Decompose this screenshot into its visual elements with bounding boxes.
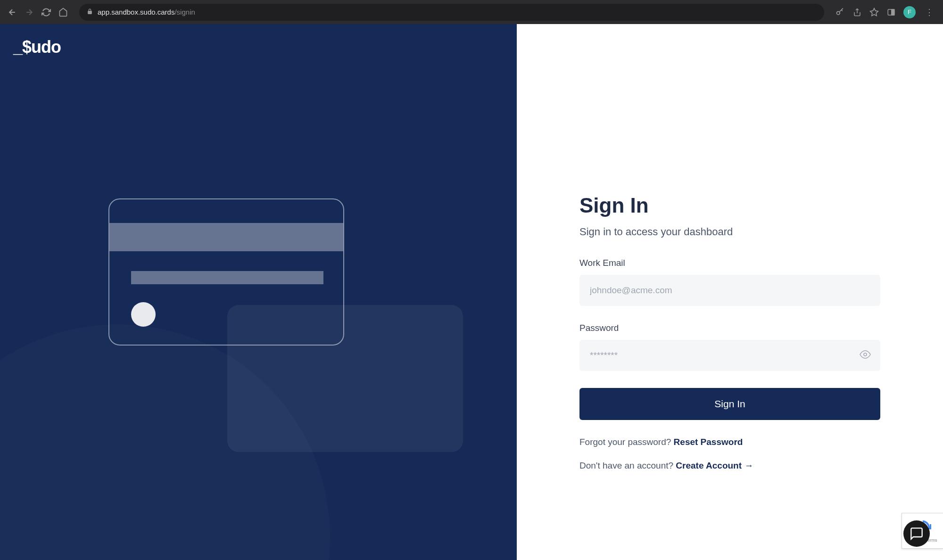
email-label: Work Email (579, 258, 880, 268)
password-label: Password (579, 323, 880, 333)
card-stripe (109, 223, 343, 251)
star-icon[interactable] (869, 8, 879, 17)
brand-logo: _$udo (13, 37, 61, 57)
create-account-link[interactable]: Create Account→ (676, 461, 753, 470)
signin-button[interactable]: Sign In (579, 388, 880, 420)
reset-password-link[interactable]: Reset Password (674, 437, 743, 447)
email-field[interactable] (579, 275, 880, 306)
share-icon[interactable] (852, 8, 862, 17)
arrow-right-icon: → (744, 461, 753, 470)
svg-marker-1 (870, 8, 878, 16)
signin-panel: Sign In Sign in to access your dashboard… (517, 24, 943, 560)
menu-button[interactable]: ⋮ (923, 7, 935, 17)
eye-icon[interactable] (860, 349, 871, 362)
forward-button[interactable] (25, 8, 34, 17)
card-line (131, 271, 323, 284)
browser-toolbar: app.sandbox.sudo.cards/signin F ⋮ (0, 0, 943, 24)
address-bar[interactable]: app.sandbox.sudo.cards/signin (79, 4, 824, 21)
card-illustration (108, 198, 344, 346)
url-host: app.sandbox.sudo.cards (98, 8, 174, 16)
lock-icon (87, 8, 93, 16)
page-subtitle: Sign in to access your dashboard (579, 226, 880, 238)
forgot-prefix: Forgot your password? (579, 437, 674, 447)
key-icon[interactable] (835, 8, 845, 17)
page-title: Sign In (579, 194, 880, 217)
avatar-letter: F (908, 8, 911, 16)
profile-avatar[interactable]: F (903, 6, 916, 18)
home-button[interactable] (58, 8, 68, 17)
card-dot (131, 302, 156, 327)
hero-panel: _$udo (0, 24, 517, 560)
back-button[interactable] (8, 8, 17, 17)
svg-point-0 (837, 11, 840, 15)
panel-icon[interactable] (886, 8, 896, 17)
forgot-password-row: Forgot your password? Reset Password (579, 437, 880, 447)
create-account-row: Don't have an account? Create Account→ (579, 461, 880, 471)
create-prefix: Don't have an account? (579, 461, 676, 470)
main-content: _$udo Sign In Sign in to access your das… (0, 24, 943, 560)
password-input-wrap (579, 340, 880, 371)
nav-controls (4, 8, 72, 17)
reload-button[interactable] (41, 8, 51, 17)
svg-point-4 (864, 353, 867, 356)
toolbar-right: F ⋮ (832, 6, 939, 18)
chat-widget-button[interactable] (903, 520, 930, 547)
svg-rect-3 (892, 9, 894, 15)
url-path: /signin (174, 8, 195, 16)
password-field[interactable] (579, 340, 880, 371)
email-input-wrap (579, 275, 880, 306)
